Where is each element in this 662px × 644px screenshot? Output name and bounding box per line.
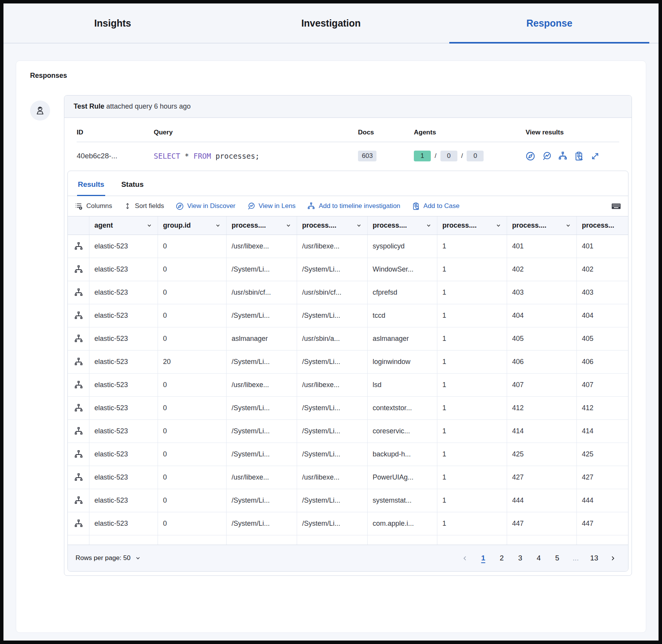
analyze-event-icon[interactable]: [68, 420, 89, 443]
cell-process-5: 427: [507, 466, 577, 489]
cell-group-id: 0: [158, 512, 227, 535]
sort-fields-label: Sort fields: [135, 202, 164, 210]
page-button-4[interactable]: 4: [531, 550, 546, 566]
analyze-event-icon[interactable]: [68, 281, 89, 304]
chevron-down-icon: [285, 222, 292, 229]
cell-process-1: /usr/libexe...: [227, 374, 297, 396]
cell-process-5: 401: [507, 235, 577, 258]
cell-process-4: 1: [437, 512, 507, 535]
cell-process-3: systemstat...: [368, 489, 437, 512]
columns-button[interactable]: Columns: [75, 202, 112, 210]
page-button-2[interactable]: 2: [494, 550, 509, 566]
cell-group-id: 0: [158, 327, 227, 350]
chevron-down-icon: [356, 222, 362, 229]
agent-link[interactable]: elastic-523: [89, 466, 158, 489]
agent-link[interactable]: elastic-523: [89, 443, 158, 466]
page-button-1[interactable]: 1: [475, 550, 491, 566]
grid-header-process-1[interactable]: process....: [227, 216, 297, 235]
agent-link[interactable]: elastic-523: [89, 281, 158, 304]
analyze-event-icon[interactable]: [68, 374, 89, 396]
timeline-icon[interactable]: [558, 151, 568, 161]
agent-link[interactable]: elastic-523: [89, 304, 158, 327]
case-icon[interactable]: [574, 151, 584, 161]
agent-link[interactable]: elastic-523: [89, 420, 158, 443]
cell-process-4: 1: [437, 235, 507, 258]
grid-header-row: agent group.id process.... process.... p…: [68, 216, 628, 235]
sql-text: processes;: [211, 152, 260, 160]
sort-fields-button[interactable]: Sort fields: [124, 202, 164, 210]
analyze-event-icon[interactable]: [68, 466, 89, 489]
agents-separator: /: [461, 152, 463, 160]
tab-investigation[interactable]: Investigation: [222, 3, 440, 43]
agent-link[interactable]: elastic-523: [89, 397, 158, 419]
cell-process-3: loginwindow: [368, 351, 437, 373]
fullscreen-icon[interactable]: [590, 151, 600, 161]
grid-header-process-4[interactable]: process....: [437, 216, 507, 235]
col-header-view-results: View results: [526, 120, 619, 142]
agent-link[interactable]: elastic-523: [89, 351, 158, 373]
chevron-down-icon: [495, 222, 502, 229]
cell-process-3: WindowSer...: [368, 258, 437, 281]
tab-response[interactable]: Response: [440, 3, 659, 43]
analyze-event-icon[interactable]: [68, 327, 89, 350]
grid-header-agent[interactable]: agent: [89, 216, 158, 235]
discover-icon: [176, 202, 184, 210]
grid-header-control-column: [68, 216, 89, 235]
cell-process-1: /System/Li...: [227, 258, 297, 281]
agent-link[interactable]: elastic-523: [89, 374, 158, 396]
grid-header-process-5[interactable]: process....: [507, 216, 577, 235]
analyze-event-icon[interactable]: [68, 235, 89, 258]
analyze-event-icon[interactable]: [68, 304, 89, 327]
keyboard-shortcuts-icon[interactable]: [611, 201, 621, 211]
agent-link[interactable]: elastic-523: [89, 327, 158, 350]
grid-body: elastic-523 0 /usr/libexe... /usr/libexe…: [68, 235, 628, 535]
analyze-event-icon[interactable]: [68, 512, 89, 535]
columns-icon: [75, 202, 83, 210]
view-in-discover-label: View in Discover: [187, 202, 235, 210]
query-sql: SELECT * FROM processes;: [154, 143, 358, 169]
col-header-docs: Docs: [358, 120, 414, 142]
tab-insights[interactable]: Insights: [3, 3, 222, 43]
grid-header-process-6[interactable]: process...: [577, 216, 628, 235]
agent-link[interactable]: elastic-523: [89, 489, 158, 512]
cell-process-1: /System/Li...: [227, 489, 297, 512]
timeline-icon: [307, 202, 315, 210]
discover-icon[interactable]: [526, 151, 535, 161]
lens-icon[interactable]: [542, 151, 551, 161]
add-to-case-button[interactable]: Add to Case: [412, 202, 460, 210]
cell-process-2: /System/Li...: [297, 397, 368, 419]
cell-process-4: 1: [437, 466, 507, 489]
analyze-event-icon[interactable]: [68, 443, 89, 466]
grid-header-process-3[interactable]: process....: [368, 216, 437, 235]
cell-process-6: 402: [577, 258, 628, 281]
view-in-discover-button[interactable]: View in Discover: [176, 202, 235, 210]
page-button-5[interactable]: 5: [549, 550, 565, 566]
agent-link[interactable]: elastic-523: [89, 258, 158, 281]
agents-successful-badge: 1: [414, 151, 431, 161]
previous-page-button[interactable]: [457, 550, 472, 566]
add-to-timeline-button[interactable]: Add to timeline investigation: [307, 202, 400, 210]
analyze-event-icon[interactable]: [68, 489, 89, 512]
rows-per-page-selector[interactable]: Rows per page: 50: [76, 554, 141, 562]
analyze-event-icon[interactable]: [68, 397, 89, 419]
pagination: 1 2 3 4 5 ... 13: [457, 550, 620, 566]
page-button-3[interactable]: 3: [512, 550, 528, 566]
tab-status[interactable]: Status: [121, 171, 144, 196]
page-button-13[interactable]: 13: [586, 550, 602, 566]
tab-results[interactable]: Results: [77, 171, 105, 196]
sql-keyword: SELECT: [154, 152, 180, 160]
cell-process-2: /usr/sbin/a...: [297, 327, 368, 350]
analyze-event-icon[interactable]: [68, 351, 89, 373]
cell-process-6: 403: [577, 281, 628, 304]
agent-link[interactable]: elastic-523: [89, 512, 158, 535]
next-page-button[interactable]: [605, 550, 620, 566]
agent-link[interactable]: elastic-523: [89, 235, 158, 258]
sql-text: *: [180, 152, 193, 160]
analyze-event-icon[interactable]: [68, 258, 89, 281]
cell-process-2: /usr/libexe...: [297, 374, 368, 396]
cell-process-5: 403: [507, 281, 577, 304]
grid-header-group-id[interactable]: group.id: [158, 216, 227, 235]
cell-group-id: 0: [158, 281, 227, 304]
view-in-lens-button[interactable]: View in Lens: [247, 202, 296, 210]
grid-header-process-2[interactable]: process....: [297, 216, 368, 235]
